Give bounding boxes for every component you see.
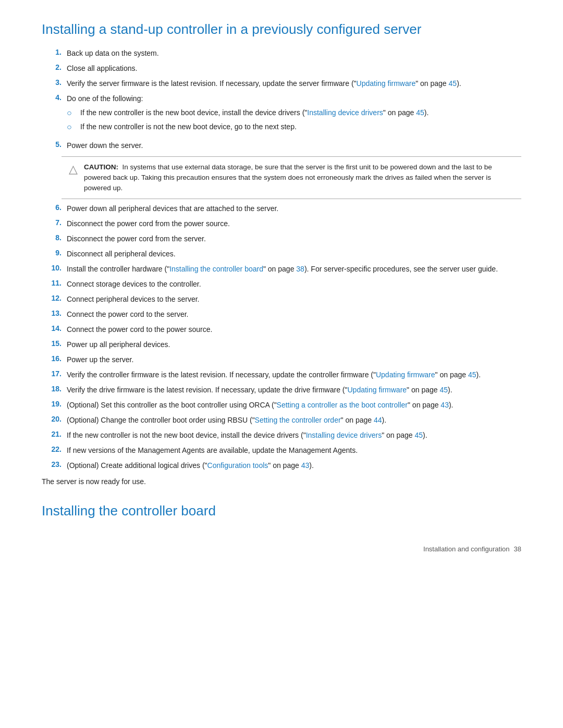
step-4-sublist: ○ If the new controller is the new boot …	[67, 107, 521, 133]
step-9-num: 9.	[42, 249, 62, 257]
link-setting-boot-controller-19[interactable]: Setting a controller as the boot control…	[277, 401, 408, 409]
step-14-num: 14.	[42, 324, 62, 332]
step-8: 8. Disconnect the power cord from the se…	[42, 233, 521, 244]
step-3-num: 3.	[42, 78, 62, 87]
step-6: 6. Power down all peripheral devices tha…	[42, 203, 521, 214]
step-10-num: 10.	[42, 264, 62, 272]
step-9: 9. Disconnect all peripheral devices.	[42, 249, 521, 260]
step-21-text: If the new controller is not the new boo…	[67, 430, 521, 441]
footer: Installation and configuration 38	[42, 545, 521, 553]
step-17-num: 17.	[42, 369, 62, 378]
step-7: 7. Disconnect the power cord from the po…	[42, 218, 521, 229]
step-20-text: (Optional) Change the controller boot or…	[67, 415, 521, 426]
footer-page: 38	[514, 545, 521, 553]
caution-text: CAUTION: In systems that use external da…	[84, 162, 514, 194]
step-22-text: If new versions of the Management Agents…	[67, 445, 521, 456]
step-15-text: Power up all peripheral devices.	[67, 339, 521, 350]
step-16-text: Power up the server.	[67, 354, 521, 365]
step-2-num: 2.	[42, 63, 62, 71]
link-page-43-23[interactable]: 43	[301, 461, 310, 470]
step-1-num: 1.	[42, 48, 62, 56]
step-22-num: 22.	[42, 445, 62, 453]
step-18: 18. Verify the drive firmware is the lat…	[42, 385, 521, 396]
step-12-num: 12.	[42, 294, 62, 302]
step-20-num: 20.	[42, 415, 62, 423]
step-21: 21. If the new controller is not the new…	[42, 430, 521, 441]
step-3: 3. Verify the server firmware is the lat…	[42, 78, 521, 89]
step-23-num: 23.	[42, 460, 62, 468]
step-13: 13. Connect the power cord to the server…	[42, 309, 521, 320]
step-16: 16. Power up the server.	[42, 354, 521, 365]
section1-title: Installing a stand-up controller in a pr…	[42, 21, 521, 39]
sub-bullet-1: ○	[67, 107, 77, 119]
section2-title: Installing the controller board	[42, 502, 521, 520]
step-4-sub-1-text: If the new controller is the new boot de…	[80, 107, 429, 118]
link-page-45-4[interactable]: 45	[416, 108, 424, 117]
step-list: 1. Back up data on the system. 2. Close …	[42, 48, 521, 151]
link-page-43-19[interactable]: 43	[440, 401, 449, 409]
step-list-2: 6. Power down all peripheral devices tha…	[42, 203, 521, 471]
link-page-45-18[interactable]: 45	[439, 386, 448, 394]
step-5-num: 5.	[42, 140, 62, 149]
link-installing-controller-board-10[interactable]: Installing the controller board	[169, 265, 263, 273]
step-16-num: 16.	[42, 354, 62, 363]
caution-icon: △	[69, 163, 78, 176]
link-updating-firmware-18[interactable]: Updating firmware	[347, 386, 407, 394]
step-20: 20. (Optional) Change the controller boo…	[42, 415, 521, 426]
step-15: 15. Power up all peripheral devices.	[42, 339, 521, 350]
step-1-text: Back up data on the system.	[67, 48, 521, 59]
step-4: 4. Do one of the following: ○ If the new…	[42, 93, 521, 136]
step-4-sub-2: ○ If the new controller is not the new b…	[67, 121, 521, 133]
link-page-45-3[interactable]: 45	[449, 79, 457, 88]
step-15-num: 15.	[42, 339, 62, 348]
step-17: 17. Verify the controller firmware is th…	[42, 369, 521, 380]
link-page-38-10[interactable]: 38	[296, 265, 304, 273]
step-4-sub-1: ○ If the new controller is the new boot …	[67, 107, 521, 119]
step-19-num: 19.	[42, 400, 62, 408]
closing-text: The server is now ready for use.	[42, 477, 521, 486]
step-22: 22. If new versions of the Management Ag…	[42, 445, 521, 456]
step-19-text: (Optional) Set this controller as the bo…	[67, 400, 521, 411]
step-19: 19. (Optional) Set this controller as th…	[42, 400, 521, 411]
step-14: 14. Connect the power cord to the power …	[42, 324, 521, 335]
link-page-44-20[interactable]: 44	[374, 416, 382, 424]
caution-label: CAUTION:	[84, 163, 118, 171]
step-8-text: Disconnect the power cord from the serve…	[67, 233, 521, 244]
step-12: 12. Connect peripheral devices to the se…	[42, 294, 521, 305]
step-12-text: Connect peripheral devices to the server…	[67, 294, 521, 305]
step-23-text: (Optional) Create additional logical dri…	[67, 460, 521, 471]
link-installing-device-drivers-21[interactable]: Installing device drivers	[306, 431, 382, 439]
sub-bullet-2: ○	[67, 121, 77, 133]
step-6-num: 6.	[42, 203, 62, 212]
footer-text: Installation and configuration	[423, 545, 510, 553]
step-18-num: 18.	[42, 385, 62, 393]
step-4-text: Do one of the following: ○ If the new co…	[67, 93, 521, 136]
step-11: 11. Connect storage devices to the contr…	[42, 279, 521, 290]
step-10-text: Install the controller hardware ("Instal…	[67, 264, 521, 275]
step-7-text: Disconnect the power cord from the power…	[67, 218, 521, 229]
link-updating-firmware-3[interactable]: Updating firmware	[357, 79, 416, 88]
step-5-text: Power down the server.	[67, 140, 521, 151]
step-1: 1. Back up data on the system.	[42, 48, 521, 59]
link-updating-firmware-17[interactable]: Updating firmware	[376, 371, 435, 379]
step-13-num: 13.	[42, 309, 62, 317]
link-setting-controller-order-20[interactable]: Setting the controller order	[255, 416, 341, 424]
step-3-text: Verify the server firmware is the latest…	[67, 78, 521, 89]
step-2: 2. Close all applications.	[42, 63, 521, 74]
step-4-num: 4.	[42, 93, 62, 102]
step-18-text: Verify the drive firmware is the latest …	[67, 385, 521, 396]
step-11-text: Connect storage devices to the controlle…	[67, 279, 521, 290]
step-10: 10. Install the controller hardware ("In…	[42, 264, 521, 275]
step-14-text: Connect the power cord to the power sour…	[67, 324, 521, 335]
link-configuration-tools-23[interactable]: Configuration tools	[207, 461, 268, 470]
link-page-45-21[interactable]: 45	[415, 431, 423, 439]
step-17-text: Verify the controller firmware is the la…	[67, 369, 521, 380]
step-2-text: Close all applications.	[67, 63, 521, 74]
step-11-num: 11.	[42, 279, 62, 287]
step-4-sub-2-text: If the new controller is not the new boo…	[80, 121, 297, 132]
step-8-num: 8.	[42, 233, 62, 242]
link-page-45-17[interactable]: 45	[468, 371, 476, 379]
step-21-num: 21.	[42, 430, 62, 438]
link-installing-device-drivers-4[interactable]: Installing device drivers	[307, 108, 383, 117]
step-6-text: Power down all peripheral devices that a…	[67, 203, 521, 214]
